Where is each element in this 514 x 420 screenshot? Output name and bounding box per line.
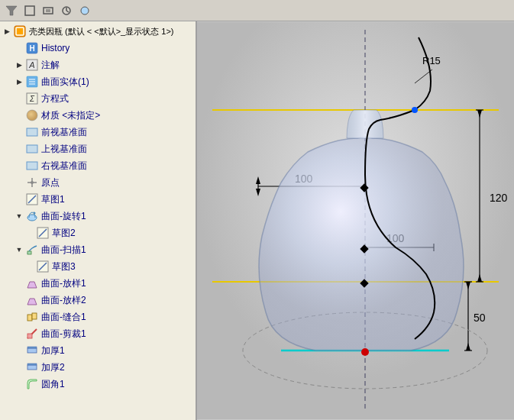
svg-rect-2 [44, 8, 53, 14]
expand-solid-body[interactable]: ▶ [14, 76, 24, 87]
tree-item-shell-feature[interactable]: ▶ 壳类因瓶 (默认 < <默认>_显示状态 1>) [0, 23, 196, 40]
tree-item-combine1[interactable]: 曲面-缝合1 [0, 309, 196, 325]
tree-item-thicken2[interactable]: 加厚2 [0, 359, 196, 376]
formula-icon: Σ [25, 92, 39, 105]
svg-rect-41 [27, 365, 37, 370]
sweep-label: 曲面-扫描1 [41, 242, 86, 257]
svg-point-8 [81, 7, 89, 15]
right-plane-icon [25, 159, 39, 173]
material-label: 材质 <未指定> [41, 108, 100, 123]
thicken2-icon [25, 360, 39, 374]
svg-rect-23 [27, 145, 37, 153]
app-container: ▶ 壳类因瓶 (默认 < <默认>_显示状态 1>) H [0, 0, 514, 420]
expand-right-plane [14, 160, 24, 171]
tree-item-solid-body[interactable]: ▶ 曲面实体(1) [0, 73, 196, 90]
svg-rect-24 [27, 162, 37, 170]
svg-rect-39 [27, 348, 37, 353]
toolbar-btn-1[interactable] [21, 2, 38, 19]
tree-item-formula[interactable]: Σ 方程式 [0, 90, 196, 107]
canvas-area[interactable]: 120 50 100 100 R15 [197, 21, 514, 420]
expand-sweep[interactable]: ▼ [14, 244, 24, 255]
expand-combine1 [14, 312, 24, 322]
thicken1-icon [25, 344, 39, 357]
fillet1-icon [25, 377, 39, 391]
svg-line-7 [66, 11, 69, 12]
tree-item-origin[interactable]: 原点 [0, 174, 196, 191]
tree-item-thicken1[interactable]: 加厚1 [0, 342, 196, 359]
revolve-icon [25, 209, 39, 223]
expand-fillet1 [14, 379, 24, 389]
expand-material [14, 110, 24, 121]
right-plane-label: 右视基准面 [41, 158, 87, 173]
sketch2-label: 草图2 [52, 225, 76, 241]
front-plane-icon [25, 125, 39, 139]
svg-text:H: H [29, 44, 34, 53]
tree-item-scale1[interactable]: 曲面-放样1 [0, 275, 196, 292]
toolbar-btn-2[interactable] [40, 2, 57, 19]
expand-thicken1 [14, 345, 24, 356]
svg-rect-36 [27, 315, 32, 321]
svg-text:Σ: Σ [29, 95, 35, 103]
svg-text:A: A [28, 60, 34, 69]
revolve-label: 曲面-旋转1 [41, 208, 86, 224]
tree-item-annotation[interactable]: ▶ A 注解 [0, 57, 196, 73]
scale2-label: 曲面-放样2 [41, 292, 86, 308]
svg-rect-37 [32, 313, 37, 319]
expand-formula [14, 93, 24, 104]
annotation-icon: A [25, 58, 39, 72]
fillet1-label: 圆角1 [41, 376, 65, 392]
expand-sketch1 [14, 194, 24, 205]
tree-item-right-plane[interactable]: 右视基准面 [0, 157, 196, 174]
main-area: ▶ 壳类因瓶 (默认 < <默认>_显示状态 1>) H [0, 21, 514, 420]
solid-body-icon [25, 75, 39, 89]
history-label: History [41, 40, 70, 56]
svg-point-21 [27, 110, 37, 121]
tree-item-scale2[interactable]: 曲面-放样2 [0, 292, 196, 309]
expand-sketch3 [24, 261, 35, 272]
svg-point-27 [31, 181, 34, 184]
tree-item-sketch2[interactable]: 草图2 [0, 225, 196, 241]
tree-item-material[interactable]: 材质 <未指定> [0, 107, 196, 124]
history-icon: H [25, 41, 39, 55]
svg-rect-40 [27, 347, 37, 348]
material-icon [25, 108, 39, 122]
svg-text:50: 50 [474, 312, 486, 324]
origin-icon [25, 176, 39, 189]
canvas-svg: 120 50 100 100 R15 [197, 21, 514, 420]
tree-item-sweep[interactable]: ▼ 曲面-扫描1 [0, 241, 196, 258]
svg-point-67 [412, 107, 418, 113]
sketch1-icon [25, 192, 39, 206]
tree-item-sketch1[interactable]: 草图1 [0, 191, 196, 208]
origin-label: 原点 [41, 175, 60, 190]
tree-item-fillet1[interactable]: 圆角1 [0, 376, 196, 393]
tree-item-top-plane[interactable]: 上视基准面 [0, 141, 196, 157]
tree-item-trim1[interactable]: 曲面-剪裁1 [0, 325, 196, 342]
toolbar-btn-4[interactable] [76, 2, 93, 19]
top-plane-label: 上视基准面 [41, 141, 87, 157]
svg-rect-42 [27, 363, 37, 365]
tree-item-revolve[interactable]: ▼ 曲面-旋转1 [0, 208, 196, 225]
svg-text:R15: R15 [422, 55, 441, 66]
combine1-label: 曲面-缝合1 [41, 309, 86, 325]
expand-sketch2 [24, 228, 35, 238]
combine1-icon [25, 310, 39, 324]
toolbar-btn-3[interactable] [58, 2, 75, 19]
expand-front-plane [14, 127, 24, 137]
expand-revolve[interactable]: ▼ [14, 211, 24, 221]
svg-rect-38 [27, 334, 32, 338]
expand-annotation[interactable]: ▶ [14, 60, 24, 70]
thicken2-label: 加厚2 [41, 360, 65, 375]
expand-top-plane [14, 144, 24, 154]
tree-item-front-plane[interactable]: 前视基准面 [0, 124, 196, 141]
svg-rect-1 [25, 6, 34, 15]
tree-item-sketch3[interactable]: 草图3 [0, 258, 196, 275]
scale1-icon [25, 276, 39, 290]
expand-thicken2 [14, 362, 24, 373]
svg-text:120: 120 [490, 192, 508, 204]
sketch1-label: 草图1 [41, 192, 65, 207]
filter-icon[interactable] [3, 2, 20, 19]
tree-item-history[interactable]: H History [0, 40, 196, 57]
expand-shell-feature[interactable]: ▶ [2, 26, 12, 37]
svg-marker-0 [6, 6, 17, 15]
expand-trim1 [14, 328, 24, 339]
